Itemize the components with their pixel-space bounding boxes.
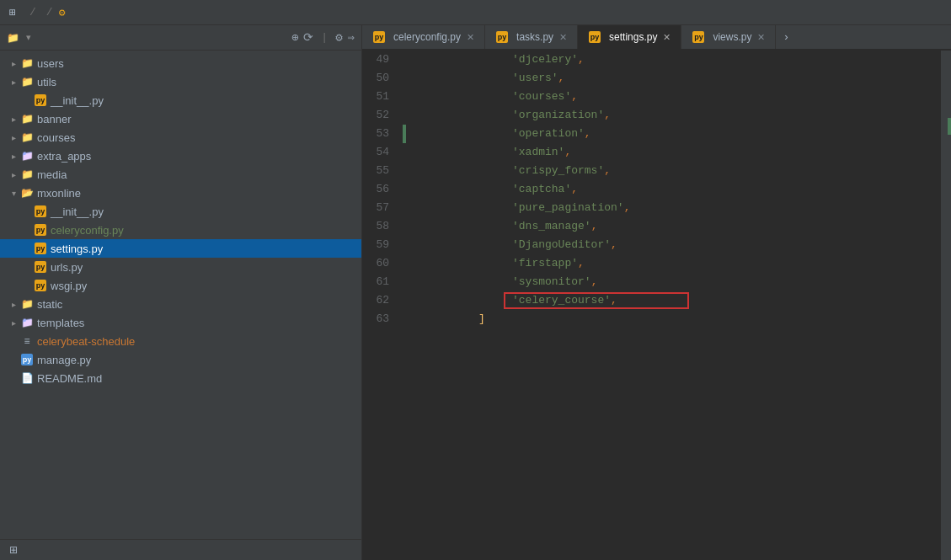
line-number: 49 xyxy=(369,51,389,69)
tab-celeryconfig[interactable]: py celeryconfig.py ✕ xyxy=(362,25,485,49)
tab-close-btn[interactable]: ✕ xyxy=(559,32,567,43)
tree-item-urls[interactable]: py urls.py xyxy=(0,258,361,276)
tree-label: README.md xyxy=(37,372,102,385)
collapse-icon[interactable]: ⇒ xyxy=(348,30,355,45)
external-libraries-item[interactable]: ⊞ xyxy=(0,539,361,560)
sidebar-toolbar: ⊕ ⟳ | ⚙ ⇒ xyxy=(291,30,355,45)
file-tree: 📁 users 📁 utils py __init__.py 📁 banner … xyxy=(0,51,361,539)
code-line-59: 'DjangoUeditor', xyxy=(403,236,941,254)
scroll-gutter[interactable] xyxy=(941,51,951,560)
gutter-indicator xyxy=(948,118,951,135)
tree-item-static[interactable]: 📁 static xyxy=(0,295,361,313)
tree-item-celerybeat[interactable]: ≡ celerybeat-schedule xyxy=(0,332,361,350)
tree-label: courses xyxy=(37,131,76,144)
tree-arrow xyxy=(7,318,20,328)
tab-close-btn[interactable]: ✕ xyxy=(757,32,765,43)
tab-file-icon: py xyxy=(588,30,601,44)
tree-item-README[interactable]: 📄 README.md xyxy=(0,369,361,387)
tree-item-settings[interactable]: py settings.py xyxy=(0,239,361,258)
code-line-52: 'organization', xyxy=(403,106,941,125)
line-number: 50 xyxy=(369,69,389,88)
tree-arrow xyxy=(7,152,20,161)
tree-label: mxonline xyxy=(37,187,81,200)
settings-icon[interactable]: ⚙ xyxy=(335,30,342,45)
tab-overflow-btn[interactable]: › xyxy=(776,25,796,49)
tree-item-wsgi[interactable]: py wsgi.py xyxy=(0,276,361,295)
tree-item-__init__[interactable]: py __init__.py xyxy=(0,91,361,109)
py-file-icon: py xyxy=(20,353,34,366)
tree-item-extra_apps[interactable]: 📁 extra_apps xyxy=(0,147,361,165)
tree-item-manage[interactable]: py manage.py xyxy=(0,350,361,369)
code-comma: , xyxy=(604,106,611,125)
line-number: 59 xyxy=(369,236,389,254)
code-string: 'djcelery' xyxy=(512,51,578,69)
py-file-icon: py xyxy=(34,279,47,292)
tree-item-celeryconfig[interactable]: py celeryconfig.py xyxy=(0,221,361,239)
tree-label: __init__.py xyxy=(51,205,104,218)
tree-item-banner[interactable]: 📁 banner xyxy=(0,109,361,128)
tree-item-utils[interactable]: 📁 utils xyxy=(0,72,361,91)
tree-item-media[interactable]: 📁 media xyxy=(0,165,361,184)
tree-item-mxonline-init[interactable]: py __init__.py xyxy=(0,202,361,221)
code-line-61: 'sysmonitor', xyxy=(403,273,941,291)
code-bracket: ] xyxy=(478,310,485,328)
sidebar-title: 📁 ▾ xyxy=(7,32,291,44)
tree-label: media xyxy=(37,168,67,181)
editor-area: py celeryconfig.py ✕ py tasks.py ✕ py se… xyxy=(362,25,951,560)
tab-close-btn[interactable]: ✕ xyxy=(467,32,474,43)
py-file-icon: py xyxy=(34,93,47,107)
code-comma: , xyxy=(558,69,565,88)
tree-label: templates xyxy=(37,317,84,329)
tab-label: settings.py xyxy=(609,31,657,43)
folder-icon: 📁 xyxy=(7,32,19,44)
line-number: 53 xyxy=(369,125,389,143)
tree-item-templates[interactable]: 📁 templates xyxy=(0,313,361,332)
folder-icon: 📁 xyxy=(20,316,34,329)
top-bar: ⊞ / / ⚙ xyxy=(0,0,951,25)
tree-item-mxonline[interactable]: 📂 mxonline xyxy=(0,184,361,202)
tab-label: views.py xyxy=(713,31,751,43)
code-string: 'users' xyxy=(512,69,558,88)
code-comma: , xyxy=(578,254,585,273)
code-line-49: 'djcelery', xyxy=(403,51,941,69)
line-number: 57 xyxy=(369,199,389,217)
code-comma: , xyxy=(585,125,591,143)
code-comma: , xyxy=(624,199,631,217)
add-files-icon[interactable]: ⊕ xyxy=(291,30,298,45)
code-comma: , xyxy=(591,273,598,291)
tree-label: __init__.py xyxy=(51,94,104,107)
code-comma: , xyxy=(578,51,585,69)
code-line-54: 'xadmin', xyxy=(403,143,941,162)
code-area[interactable]: 'djcelery','users','courses','organizati… xyxy=(396,51,941,560)
tab-file-icon: py xyxy=(372,30,386,44)
tab-views[interactable]: py views.py ✕ xyxy=(681,25,776,49)
code-string: 'sysmonitor' xyxy=(512,273,591,291)
tree-arrow xyxy=(7,300,20,309)
code-line-58: 'dns_manage', xyxy=(403,217,941,236)
line-number: 61 xyxy=(369,273,389,291)
chevron-right-icon: › xyxy=(783,31,789,44)
code-comma: , xyxy=(611,291,617,310)
code-line-57: 'pure_pagination', xyxy=(403,199,941,217)
line-number: 51 xyxy=(369,88,389,106)
external-libraries-icon: ⊞ xyxy=(7,543,20,557)
code-string: 'pure_pagination' xyxy=(512,199,624,217)
tab-settings[interactable]: py settings.py ✕ xyxy=(578,25,681,49)
tab-close-btn[interactable]: ✕ xyxy=(663,32,671,43)
tab-file-icon: py xyxy=(692,30,705,44)
tree-item-courses[interactable]: 📁 courses xyxy=(0,128,361,147)
sidebar-dropdown-arrow[interactable]: ▾ xyxy=(26,32,31,43)
tree-item-users[interactable]: 📁 users xyxy=(0,54,361,72)
sync-icon[interactable]: ⟳ xyxy=(303,30,313,45)
code-line-53: 'operation', xyxy=(403,125,941,143)
tree-arrow xyxy=(7,59,20,68)
tree-label: utils xyxy=(37,76,56,88)
tree-label: users xyxy=(37,57,64,70)
tree-label: static xyxy=(37,298,62,311)
code-string: 'dns_manage' xyxy=(512,217,591,236)
code-line-63: ] xyxy=(403,310,941,328)
py-file-icon: py xyxy=(34,260,47,274)
folder-icon: 📂 xyxy=(20,186,34,200)
tab-tasks[interactable]: py tasks.py ✕ xyxy=(485,25,578,49)
code-string: 'courses' xyxy=(512,88,571,106)
